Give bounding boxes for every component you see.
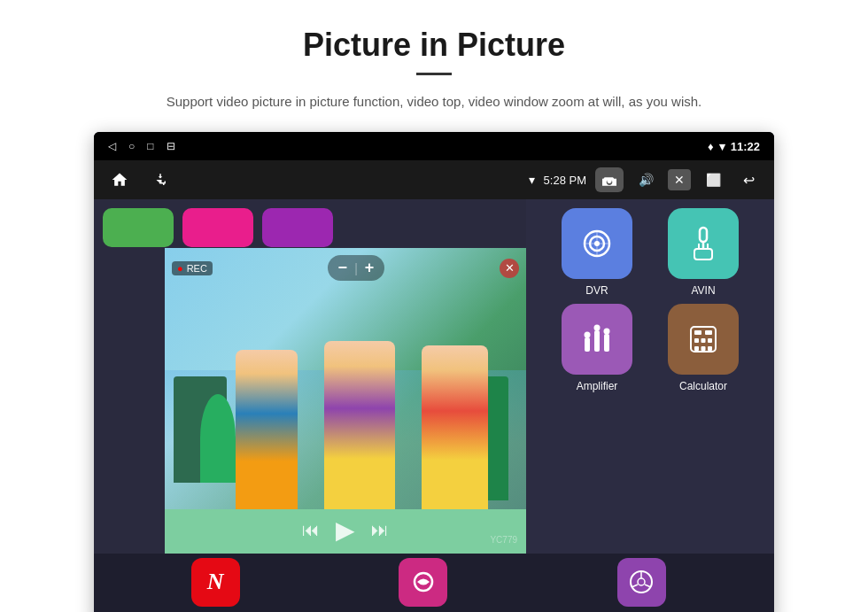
app-avin[interactable]: AVIN — [655, 208, 752, 297]
pip-action-icon[interactable]: ⬜ — [700, 167, 726, 193]
svg-point-15 — [604, 329, 610, 335]
svg-point-27 — [638, 578, 645, 585]
pip-rewind-button[interactable]: ⏮ — [302, 520, 320, 540]
netflix-icon-bg: N — [191, 558, 240, 607]
avin-icon-bg — [668, 208, 739, 279]
svg-rect-17 — [694, 330, 701, 335]
svg-rect-7 — [694, 249, 712, 260]
svg-point-13 — [585, 332, 591, 338]
svg-rect-10 — [585, 337, 590, 352]
svg-rect-19 — [694, 338, 699, 343]
bottom-app-wheelkey[interactable]: Wheelkey Study — [607, 558, 677, 613]
wheelkey-icon-bg — [617, 558, 666, 607]
svg-rect-21 — [708, 338, 712, 343]
avin-label: AVIN — [691, 284, 715, 297]
pip-zoom-in-button[interactable]: + — [365, 259, 375, 277]
app-amplifier[interactable]: Amplifier — [548, 304, 646, 392]
back-nav-icon[interactable]: ◁ — [108, 140, 116, 152]
dvr-label: DVR — [585, 284, 608, 297]
svg-rect-12 — [604, 334, 609, 352]
back-action-icon[interactable]: ↩ — [735, 167, 762, 193]
stub-app-green[interactable] — [103, 208, 174, 247]
dvr-icon-bg — [562, 208, 632, 279]
android-bottom: N Netflix SiriusXM — [94, 554, 774, 612]
app-row-2: Amplifier — [535, 304, 765, 392]
pip-close-button[interactable]: ✕ — [500, 259, 519, 278]
status-right: ♦ ▾ 11:22 — [708, 140, 760, 153]
svg-rect-18 — [705, 330, 712, 335]
app-calculator[interactable]: Calculator — [655, 304, 752, 392]
app-grid-area: DVR AVIN — [526, 199, 774, 554]
status-time: 11:22 — [731, 140, 760, 153]
svg-rect-22 — [694, 346, 699, 351]
app-dvr[interactable]: DVR — [548, 208, 646, 297]
status-left: ◁ ○ □ ⊟ — [108, 140, 175, 152]
svg-rect-23 — [701, 346, 706, 351]
top-apps-row — [94, 199, 526, 252]
page-wrapper: Picture in Picture Support video picture… — [0, 0, 868, 612]
bottom-app-netflix[interactable]: N Netflix — [191, 558, 240, 613]
recents-nav-icon[interactable]: □ — [147, 140, 153, 152]
pip-record-badge: ●REC — [172, 261, 213, 275]
location-icon: ♦ — [708, 140, 714, 153]
pip-video-window: YC779 ●REC − | + ✕ — [165, 248, 526, 554]
pip-area: YC779 ●REC − | + ✕ — [94, 199, 526, 554]
svg-rect-11 — [594, 330, 600, 352]
svg-line-30 — [645, 585, 651, 587]
home-action-icon[interactable] — [106, 167, 133, 193]
calculator-icon-bg — [668, 304, 739, 375]
stub-app-purple[interactable] — [262, 208, 333, 247]
wifi-action-icon: ▾ — [529, 173, 535, 187]
pip-controls: ●REC − | + ✕ — [172, 255, 519, 281]
pip-fastforward-button[interactable]: ⏭ — [371, 520, 389, 540]
page-subtitle: Support video picture in picture functio… — [167, 91, 701, 112]
home-nav-icon[interactable]: ○ — [128, 140, 135, 152]
bottom-app-siriusxm[interactable]: SiriusXM — [399, 558, 447, 613]
svg-rect-24 — [708, 346, 712, 351]
action-bar-right: ▾ 5:28 PM 🔊 ✕ ⬜ ↩ — [529, 167, 762, 193]
camera-action-button[interactable] — [595, 167, 624, 192]
svg-rect-20 — [701, 338, 706, 343]
pip-zoom-controls: − | + — [328, 255, 385, 281]
video-background: YC779 ●REC − | + ✕ — [165, 248, 526, 554]
svg-rect-5 — [700, 228, 707, 242]
pip-playback-controls: ⏮ ▶ ⏭ — [165, 515, 526, 545]
calculator-label: Calculator — [679, 380, 727, 392]
action-bar-left — [106, 167, 174, 193]
amplifier-label: Amplifier — [577, 380, 618, 392]
pip-play-button[interactable]: ▶ — [336, 515, 355, 545]
android-action-bar: ▾ 5:28 PM 🔊 ✕ ⬜ ↩ — [94, 160, 774, 199]
page-title: Picture in Picture — [303, 27, 565, 64]
android-container: ◁ ○ □ ⊟ ♦ ▾ 11:22 — [94, 132, 774, 612]
svg-point-14 — [594, 325, 601, 331]
app-row-1: DVR AVIN — [535, 208, 765, 297]
title-divider — [416, 73, 452, 75]
siriusxm-icon-bg — [399, 558, 447, 607]
menu-nav-icon[interactable]: ⊟ — [167, 140, 175, 152]
close-action-icon[interactable]: ✕ — [668, 169, 691, 190]
stub-app-pink[interactable] — [182, 208, 253, 247]
amplifier-icon-bg — [562, 304, 632, 375]
wifi-icon: ▾ — [719, 140, 725, 153]
pip-zoom-out-button[interactable]: − — [338, 259, 348, 277]
usb-action-icon[interactable] — [147, 167, 174, 193]
android-status-bar: ◁ ○ □ ⊟ ♦ ▾ 11:22 — [94, 132, 774, 160]
android-main: YC779 ●REC − | + ✕ — [94, 199, 774, 554]
volume-action-icon[interactable]: 🔊 — [632, 167, 659, 193]
action-time: 5:28 PM — [544, 174, 586, 187]
svg-line-29 — [632, 585, 638, 587]
